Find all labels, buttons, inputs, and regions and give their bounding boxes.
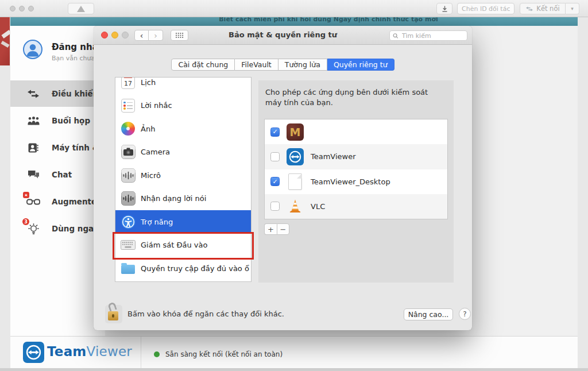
privacy-item-reminders[interactable]: Lời nhắc: [115, 94, 251, 118]
privacy-item-camera[interactable]: Camera: [115, 141, 251, 164]
teamviewer-sidebar: Đăng nhập Bạn vẫn chưa đ Điều khiển m Bu…: [10, 26, 105, 336]
tab-general[interactable]: Cài đặt chung: [171, 59, 235, 71]
accessibility-icon: [121, 214, 136, 229]
search-icon: [393, 33, 399, 39]
sidebar-item-meeting[interactable]: Buổi họp: [10, 107, 105, 134]
window-minimize-button[interactable]: [19, 6, 25, 11]
footer-divider: [141, 337, 141, 369]
privacy-item-accessibility[interactable]: Trợ năng: [115, 210, 251, 234]
chevron-down-icon: ▾: [571, 6, 574, 11]
chat-bubbles-icon: [26, 168, 40, 181]
sidebar-item-label: Dùng ngay: [52, 224, 99, 233]
privacy-item-label: Camera: [141, 148, 170, 156]
calendar-day: 17: [124, 79, 132, 89]
privacy-category-list: 17 Lịch Lời nhắc Ảnh Came: [115, 77, 252, 282]
ar-glasses-icon: ★: [26, 195, 40, 208]
sidebar-item-remote-control[interactable]: Điều khiển m: [10, 80, 105, 107]
privacy-item-photos[interactable]: Ảnh: [115, 117, 251, 141]
privacy-item-label: Ảnh: [141, 125, 155, 133]
contact-card-icon: [26, 141, 40, 154]
alert-button[interactable]: [68, 3, 94, 14]
calendar-icon: 17: [121, 77, 136, 90]
app-name: VLC: [311, 202, 325, 211]
screen: Kết nối ▾ Biết cách miễn phí khi hỏi dùn…: [0, 0, 588, 371]
notification-badge: 3: [22, 218, 29, 225]
add-app-button[interactable]: +: [264, 223, 277, 235]
sidebar-item-computers-contacts[interactable]: Máy tính & L: [10, 134, 105, 161]
privacy-item-label: Giám sát Đầu vào: [141, 241, 207, 249]
connect-button-label: Kết nối: [536, 5, 559, 13]
vlc-app-icon: [287, 198, 304, 215]
help-button[interactable]: ?: [459, 308, 471, 320]
sidebar-item-chat[interactable]: Chat: [10, 161, 105, 188]
lock-button[interactable]: [105, 305, 122, 323]
download-icon: [441, 5, 448, 13]
privacy-item-speech-recognition[interactable]: Nhận dạng lời nói: [115, 187, 251, 211]
lock-icon: [108, 311, 118, 320]
disk-access-icon: [121, 261, 136, 276]
lock-hint-text: Bấm vào khóa để ngăn các thay đổi khác.: [127, 310, 284, 318]
warning-triangle-icon: [77, 6, 85, 12]
teamviewer-app-icon: [287, 148, 304, 165]
document-icon: [287, 173, 304, 190]
checkbox-checked[interactable]: ✓: [270, 127, 280, 137]
screen-bottom-strip: [0, 368, 588, 371]
connect-options-button[interactable]: ▾: [566, 3, 579, 14]
search-field[interactable]: [389, 30, 467, 41]
teamviewer-logo-icon: [23, 342, 44, 365]
photos-icon: [121, 121, 136, 136]
sidebar-item-augmented[interactable]: ★ Augmented: [10, 188, 105, 215]
promo-banner[interactable]: Biết cách miễn phí khi hỏi dùng Ngay địn…: [10, 17, 578, 26]
app-row-teamviewer-desktop[interactable]: ✓ TeamViewer_Desktop: [265, 169, 447, 194]
remove-app-button[interactable]: −: [277, 223, 289, 235]
m-app-icon: M: [287, 123, 304, 141]
app-row-mail[interactable]: ✓ M: [265, 119, 447, 144]
background-window-fragment: [0, 17, 10, 65]
avatar: [23, 40, 42, 59]
privacy-item-input-monitoring[interactable]: Giám sát Đầu vào: [115, 234, 251, 257]
window-close-button[interactable]: [10, 6, 16, 11]
app-row-vlc[interactable]: VLC: [265, 194, 447, 219]
person-icon: [24, 41, 41, 58]
advanced-button[interactable]: Nâng cao...: [404, 308, 453, 320]
top-toolbar: Kết nối ▾: [0, 0, 588, 17]
dialog-titlebar: ‹ › Bảo mật & quyền riêng tư: [94, 26, 472, 45]
tab-bar: Cài đặt chung FileVault Tường lửa Quyền …: [94, 59, 472, 71]
reminders-icon: [121, 98, 136, 113]
sidebar-item-use-now[interactable]: 3 Dùng ngay: [10, 215, 105, 242]
search-input[interactable]: [401, 32, 464, 40]
privacy-item-calendar[interactable]: 17 Lịch: [115, 77, 251, 94]
privacy-item-label: Micrô: [141, 171, 161, 180]
allowed-apps-list: ✓ M TeamViewer ✓ TeamViewer_Desktop: [264, 119, 448, 219]
account-section[interactable]: Đăng nhập Bạn vẫn chưa đ: [10, 26, 105, 79]
sidebar-item-label: Chat: [52, 170, 72, 179]
sidebar-item-label: Buổi họp: [52, 116, 90, 125]
privacy-item-label: Quyền truy cập đầy đủ vào ổ đĩa: [141, 264, 252, 273]
connection-status: Sẵn sàng kết nối (kết nối an toàn): [165, 350, 283, 358]
tab-privacy[interactable]: Quyền riêng tư: [327, 59, 394, 71]
window-zoom-button[interactable]: [28, 6, 34, 11]
brand-wordmark: TeamViewer: [47, 344, 132, 359]
tab-filevault[interactable]: FileVault: [235, 59, 278, 71]
checkbox-checked[interactable]: ✓: [270, 177, 280, 186]
tab-firewall[interactable]: Tường lửa: [278, 59, 327, 71]
privacy-item-label: Lời nhắc: [141, 101, 172, 110]
lock-shackle-icon: [107, 302, 117, 311]
checkbox-unchecked[interactable]: [270, 152, 280, 161]
checkbox-unchecked[interactable]: [270, 202, 280, 211]
meeting-people-icon: [26, 114, 40, 127]
download-button[interactable]: [436, 3, 452, 14]
privacy-item-full-disk-access[interactable]: Quyền truy cập đầy đủ vào ổ đĩa: [115, 257, 251, 280]
connect-button[interactable]: Kết nối: [520, 3, 566, 14]
partner-id-input[interactable]: [457, 3, 514, 14]
privacy-item-microphone[interactable]: Micrô: [115, 164, 251, 187]
speech-recognition-icon: [121, 191, 136, 206]
privacy-item-label: Nhận dạng lời nói: [141, 194, 206, 203]
microphone-icon: [121, 168, 136, 183]
keyboard-icon: [121, 238, 136, 253]
star-badge-icon: ★: [23, 192, 29, 198]
app-row-teamviewer[interactable]: TeamViewer: [265, 144, 447, 169]
lightbulb-icon: 3: [26, 222, 40, 235]
app-name: TeamViewer_Desktop: [311, 177, 390, 186]
privacy-item-label: Trợ năng: [141, 218, 173, 226]
